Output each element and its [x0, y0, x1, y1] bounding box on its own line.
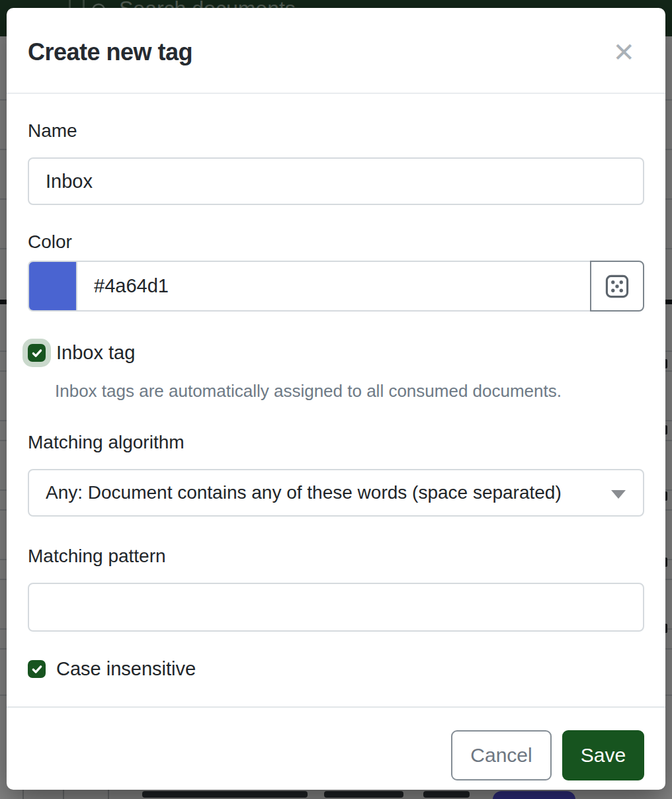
- create-tag-dialog: Create new tag ✕ Name Color: [7, 8, 665, 790]
- dialog-title: Create new tag: [28, 38, 192, 66]
- random-color-button[interactable]: [590, 261, 644, 312]
- color-row: [28, 261, 644, 312]
- matching-algorithm-field-group: Matching algorithm Any: Document contain…: [28, 432, 644, 517]
- save-button[interactable]: Save: [562, 730, 644, 780]
- matching-algorithm-label: Matching algorithm: [28, 432, 644, 453]
- color-label: Color: [28, 231, 644, 253]
- color-hex-input[interactable]: [76, 261, 591, 312]
- color-field-group: Color: [28, 231, 644, 312]
- case-insensitive-checkbox[interactable]: [28, 660, 46, 678]
- matching-pattern-label: Matching pattern: [28, 546, 644, 567]
- check-icon: [31, 663, 43, 675]
- matching-pattern-input[interactable]: [28, 583, 644, 632]
- check-icon: [31, 347, 43, 359]
- close-icon[interactable]: ✕: [603, 39, 644, 65]
- chevron-down-icon: [611, 490, 626, 499]
- name-field-group: Name: [28, 120, 644, 205]
- matching-algorithm-selected: Any: Document contains any of these word…: [46, 482, 562, 503]
- dialog-body: Name Color: [7, 94, 665, 706]
- cancel-button[interactable]: Cancel: [451, 730, 552, 780]
- inbox-tag-checkbox[interactable]: [28, 344, 46, 362]
- case-insensitive-field-group: Case insensitive: [28, 658, 644, 680]
- dialog-footer: Cancel Save: [7, 706, 665, 799]
- case-insensitive-label[interactable]: Case insensitive: [56, 658, 196, 680]
- dialog-header: Create new tag ✕: [7, 8, 665, 94]
- inbox-tag-label[interactable]: Inbox tag: [56, 342, 135, 364]
- dice-icon: [603, 272, 632, 301]
- inbox-tag-help: Inbox tags are automatically assigned to…: [55, 381, 644, 401]
- color-swatch[interactable]: [28, 261, 76, 312]
- name-input[interactable]: [28, 157, 644, 205]
- matching-algorithm-select[interactable]: Any: Document contains any of these word…: [28, 469, 644, 517]
- matching-pattern-field-group: Matching pattern: [28, 546, 644, 632]
- inbox-tag-field-group: Inbox tag Inbox tags are automatically a…: [28, 342, 644, 401]
- name-label: Name: [28, 120, 644, 142]
